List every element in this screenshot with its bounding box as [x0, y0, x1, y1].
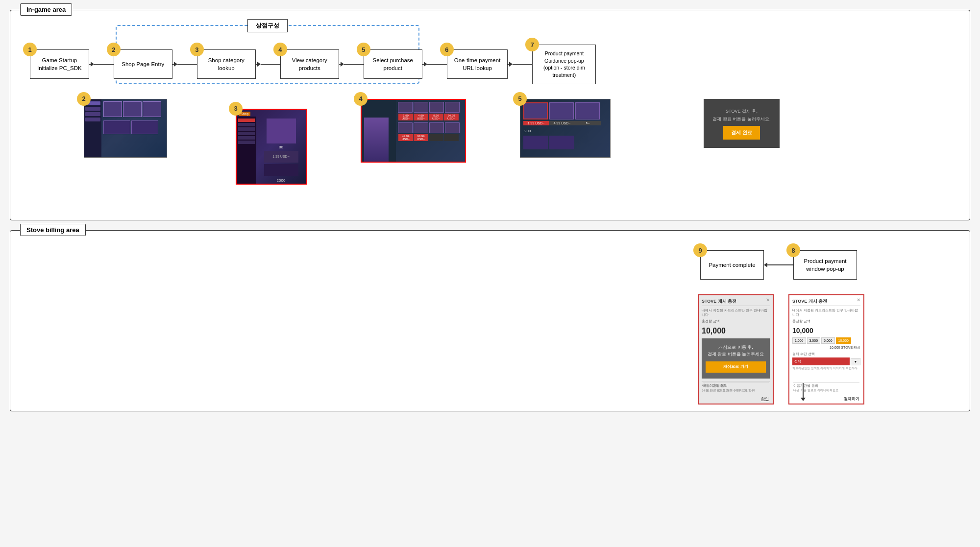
chip-3000[interactable]: 3,000 — [807, 337, 821, 344]
arrow-6-7 — [508, 62, 532, 67]
arrow-3-4 — [256, 62, 280, 67]
popup-left-title: STOVE 캐시 충전 — [702, 298, 770, 306]
flow-node-6: 6 One-time payment URL lookup — [447, 49, 508, 79]
popup-right-subtitle: 내에서 지정된 카드리스트만 인구 안내바랍니다 — [792, 308, 860, 317]
payment-popups-row: ✕ STOVE 캐시 충전 내에서 지정된 카드리스트만 인구 안내바랍니다 충… — [698, 294, 864, 404]
screenshot-3: 3 Shop — [236, 109, 307, 185]
screenshot-2: 2 — [84, 99, 167, 158]
node-box-8: Product payment window pop-up — [793, 250, 857, 280]
popup-right-title: STOVE 캐시 충전 — [792, 298, 860, 306]
stove-confirm-button[interactable]: 결제 완료 — [723, 126, 760, 140]
popup-left-amount: 10,000 — [702, 327, 770, 335]
popup-right-select-btn[interactable]: 선택 — [792, 357, 850, 365]
stove-guidance-line1: STOVE 결제 후, — [726, 107, 758, 115]
node-box-5: Select purchase product — [364, 49, 422, 79]
screenshots-row: 2 — [20, 99, 960, 185]
flow-nodes-row: 1 Game Startup Initialize PC_SDK 2 Shop … — [20, 45, 960, 84]
node-badge-9: 9 — [693, 243, 707, 257]
stove-guidance-line2: 결제 완료 버튼을 눌러주세요. — [712, 115, 770, 123]
billing-nodes-row: 9 Payment complete 8 Product payment win… — [700, 250, 857, 280]
flow-node-4: 4 View category products — [280, 49, 339, 79]
vertical-arrow-head — [801, 398, 806, 401]
popup-overlay-text1: 캐심으로 이동 후, — [706, 344, 766, 351]
stove-guidance-box: STOVE 결제 후, 결제 완료 버튼을 눌러주세요. 결제 완료 — [704, 99, 780, 148]
chip-10000[interactable]: 10,000 — [836, 337, 851, 344]
flow-node-2: 2 Shop Page Entry — [114, 49, 172, 79]
flow-node-9: 9 Payment complete — [700, 250, 764, 280]
node-box-7: Product payment Guidance pop-up (option … — [532, 45, 596, 84]
popup-right-amount-label: 충전할 금액 — [792, 319, 860, 324]
node-box-9: Payment complete — [700, 250, 764, 280]
node-badge-8: 8 — [786, 243, 800, 257]
popup-close-icon-right[interactable]: ✕ — [857, 297, 860, 303]
main-container: In-game area 상점구성 1 Game Startup Initial… — [0, 0, 980, 421]
node-badge-3: 3 — [190, 43, 204, 56]
screenshot-badge-4: 4 — [354, 92, 368, 106]
popup-chips-row: 1,000 3,000 5,000 10,000 — [792, 337, 860, 344]
screenshot-img-4: 1.99 USD~ 4.99 USD~ 9.99 USD~ 24.99 USD~ — [361, 99, 466, 163]
node-box-6: One-time payment URL lookup — [447, 49, 508, 79]
screenshot-5: 5 1.99 USD~ 4.99 USD~ 5... 20 — [520, 99, 611, 158]
screenshot-badge-2: 2 — [77, 92, 91, 106]
flow-node-7: 7 Product payment Guidance pop-up (optio… — [532, 45, 596, 84]
ingame-area-label: In-game area — [20, 3, 72, 16]
chip-5000[interactable]: 5,000 — [821, 337, 835, 344]
screenshot-img-3: Shop 80 1.99 USD~ — [236, 109, 307, 185]
screenshot-7: STOVE 결제 후, 결제 완료 버튼을 눌러주세요. 결제 완료 — [704, 99, 780, 148]
arrow-5-6 — [422, 62, 447, 67]
node-badge-5: 5 — [357, 43, 370, 56]
node-badge-4: 4 — [273, 43, 287, 56]
popup-left-cashier-button[interactable]: 캐심으로 가기 — [706, 361, 766, 373]
arrow-4-5 — [339, 62, 364, 67]
screenshot-4: 4 — [361, 99, 466, 163]
popup-left-confirm-btn[interactable]: 확인 — [761, 396, 769, 402]
popup-right-select-label: 결제 수단 선택 — [792, 352, 860, 357]
screenshot-badge-5: 5 — [513, 92, 527, 106]
popup-overlay-text2: 결제 완료 버튼을 눌러주세요 — [706, 351, 766, 358]
screenshot-img-2 — [84, 99, 167, 158]
billing-area-label: Stove billing area — [20, 224, 86, 236]
popup-left-overlay: 캐심으로 이동 후, 결제 완료 버튼을 눌러주세요 캐심으로 가기 — [702, 338, 770, 379]
screenshot-img-5: 1.99 USD~ 4.99 USD~ 5... 200 — [520, 99, 611, 158]
billing-area: Stove billing area 9 Payment complete 8 … — [10, 230, 970, 411]
arrow-1-2 — [89, 62, 114, 67]
popup-left-footer1: 이용기관별 동의 — [703, 384, 769, 388]
bottom-arrow — [801, 383, 806, 401]
node-box-1: Game Startup Initialize PC_SDK — [30, 49, 89, 79]
popup-left-confirm: 확인 — [761, 396, 769, 402]
popup-close-icon-left[interactable]: ✕ — [766, 297, 770, 303]
arrow-2-3 — [172, 62, 197, 67]
popup-left-footer: 이용기관별 동의 내용: 가로 발로도 이미니에 확인요 — [703, 382, 769, 393]
popup-left-subtitle: 내에서 지정된 카드리스트만 인구 안내바랍니다 — [702, 308, 770, 317]
arrow-8-9 — [764, 262, 793, 267]
chip-1000[interactable]: 1,000 — [792, 337, 806, 344]
ingame-area: In-game area 상점구성 1 Game Startup Initial… — [10, 10, 970, 220]
node-badge-6: 6 — [440, 43, 454, 56]
flow-node-5: 5 Select purchase product — [364, 49, 422, 79]
node-badge-2: 2 — [107, 43, 121, 56]
popup-right-agree-text: 카드이용인안 정책도 이어지의 이미치에 확인하다 — [792, 367, 860, 371]
popup-left-amount-label: 충전할 금액 — [702, 319, 770, 324]
flow-node-3: 3 Shop category lookup — [197, 49, 256, 79]
payment-popup-right: ✕ STOVE 캐시 충전 내에서 지정된 카드리스트만 인구 안내바랍니다 충… — [788, 294, 864, 404]
node-box-3: Shop category lookup — [197, 49, 256, 79]
popup-right-select-row: 선택 ▼ — [792, 357, 860, 365]
popup-right-total: 10,000 STOVE 캐시 — [792, 345, 860, 350]
payment-popup-left: ✕ STOVE 캐시 충전 내에서 지정된 카드리스트만 인구 안내바랍니다 충… — [698, 294, 774, 404]
flow-node-8: 8 Product payment window pop-up — [793, 250, 857, 280]
dashed-region-label: 상점구성 — [247, 19, 288, 32]
node-box-2: Shop Page Entry — [114, 49, 172, 79]
popup-right-select-dropdown[interactable]: ▼ — [851, 358, 860, 365]
popup-right-confirm-btn[interactable]: 결제하기 — [844, 396, 859, 402]
popup-left-footer2: 내용: 가로 발로도 이미니에 확인요 — [703, 388, 769, 393]
popup-right-confirm-area: 결제하기 — [844, 396, 859, 402]
flow-node-1: 1 Game Startup Initialize PC_SDK — [30, 49, 89, 79]
vertical-arrow-line — [803, 383, 804, 398]
node-box-4: View category products — [280, 49, 339, 79]
popup-right-amount: 10,000 — [792, 327, 860, 334]
screenshot-badge-3: 3 — [229, 102, 243, 116]
